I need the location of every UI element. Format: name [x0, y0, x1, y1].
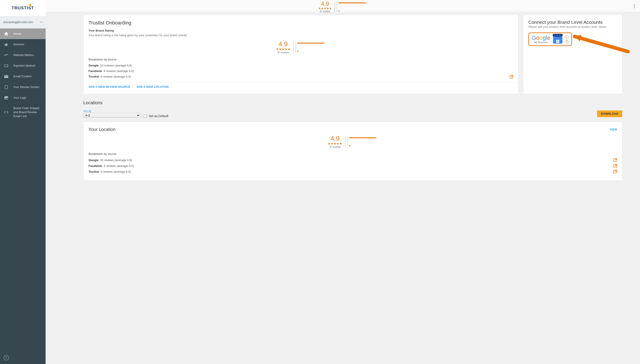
default-checkbox-label[interactable]: Set as Default — [144, 114, 168, 118]
source-line: Facebook: 4 reviews (average 5.0) — [89, 164, 617, 168]
google-sublabel: My Business — [534, 41, 548, 44]
breakdown-label: Breakdown by source: — [89, 152, 617, 156]
nav-label: Home — [13, 32, 21, 36]
arrow-annotation-icon — [570, 34, 630, 56]
payment-icon — [4, 64, 9, 68]
open-link-icon[interactable] — [613, 158, 617, 162]
brand-logo: ★ TRUSTIST — [12, 6, 34, 10]
sort-group: Sort By A-Z — [83, 110, 140, 118]
nav-label: Reviews — [13, 42, 24, 46]
rating-stars: ★★★★★ — [276, 47, 290, 51]
sort-label: Sort By — [83, 110, 140, 112]
breakdown-label: Breakdown by source: — [89, 58, 513, 61]
connect-card: Connect your Brand Level Accounts Please… — [523, 15, 622, 94]
locations-header: Locations — [83, 100, 622, 105]
section-desc: Your brand rating is the rating given by… — [89, 33, 513, 38]
check-icon: ✓ — [565, 35, 569, 39]
default-label: Set as Default — [149, 114, 168, 118]
brand-rating: 4.9 ★★★★★ 37 reviews 5★ 4★ 3★ 2★ 1★ — [276, 41, 326, 54]
rating-count: 37 reviews — [276, 51, 290, 54]
thumbs-icon — [4, 42, 9, 47]
sidebar-item-email[interactable]: Email Content — [0, 71, 46, 82]
rating-stars: ★★★★★ — [318, 7, 332, 10]
more-menu-icon[interactable] — [634, 4, 635, 9]
status-icons: ✓ ? — [565, 35, 569, 43]
email-icon — [4, 74, 9, 79]
card-title: Trustist Onboarding — [89, 20, 513, 26]
sidebar-item-metrics[interactable]: Website Metrics — [0, 50, 46, 60]
open-link-icon[interactable] — [613, 164, 617, 168]
sidebar-item-snippet[interactable]: Brand Code Snippet and Brand Review Emai… — [0, 103, 46, 122]
chart-icon — [4, 53, 9, 57]
question-icon: ? — [565, 40, 569, 43]
star-icon: ★ — [29, 2, 32, 7]
nav-label: Payment Method — [13, 64, 35, 68]
open-link-icon[interactable] — [613, 170, 617, 173]
source-line: Google: 33 reviews (average 4.9) — [89, 158, 617, 162]
google-logo: Google My Business — [532, 35, 550, 44]
rating-score: 4.9 — [276, 41, 290, 47]
locations-controls: Sort By A-Z Set as Default DOWNLOAD — [83, 110, 622, 118]
card-title: Connect your Brand Level Accounts — [528, 20, 617, 25]
add-location-button[interactable]: ADD A NEW LOCATION — [137, 85, 169, 88]
google-my-business-button[interactable]: Google My Business G ✓ ? — [528, 32, 572, 46]
open-link-icon[interactable] — [510, 75, 513, 78]
section-label: Your Brand Rating — [89, 29, 513, 32]
logo-area: ★ TRUSTIST — [0, 0, 46, 16]
tablet-icon — [4, 85, 9, 89]
sidebar-footer: ? — [0, 352, 46, 364]
topbar: 4.9 ★★★★★ 37 reviews 5★ 4★ 3★ 2★ 1★ — [46, 0, 640, 12]
nav-label: Your Review Screen — [13, 85, 39, 89]
sidebar-item-home[interactable]: Home — [0, 28, 46, 39]
rating-distribution: 5★ 4★ 3★ 2★ 1★ — [293, 42, 326, 52]
rating-count: 37 reviews — [328, 146, 342, 148]
source-line: Trustist: 0 reviews (average 0.0) — [89, 75, 513, 78]
rating-distribution: 5★ 4★ 3★ 2★ 1★ — [334, 2, 367, 12]
sidebar-item-payment[interactable]: Payment Method — [0, 60, 46, 71]
rating-score: 4.9 — [318, 1, 332, 7]
store-icon: G — [553, 35, 562, 44]
image-icon — [4, 96, 9, 100]
sidebar-item-review-screen[interactable]: Your Review Screen — [0, 82, 46, 92]
source-line: Trustist: 0 reviews (average 0.0) — [89, 170, 617, 173]
sort-select[interactable]: A-Z — [83, 113, 140, 118]
sidebar-item-reviews[interactable]: Reviews — [0, 39, 46, 50]
location-card: Your Location VIEW 4.9 ★★★★★ 37 reviews … — [83, 122, 622, 181]
nav: Home Reviews Website Metrics Payment Met… — [0, 28, 46, 122]
rating-score: 4.9 — [328, 135, 342, 142]
svg-rect-2 — [5, 85, 8, 89]
user-email: onboarding@trustist.com — [3, 21, 33, 24]
rating-distribution: 5★ 4★ 3★ 2★ 1★ — [344, 137, 378, 147]
code-icon — [4, 110, 9, 114]
rating-stars: ★★★★★ — [328, 142, 342, 145]
user-menu[interactable]: onboarding@trustist.com — [0, 16, 46, 28]
sidebar-item-logo[interactable]: Your Logo — [0, 92, 46, 103]
source-line: Facebook: 4 reviews (average 5.0) — [89, 69, 513, 73]
view-link[interactable]: VIEW — [610, 128, 617, 131]
location-title: Your Location — [89, 127, 116, 132]
nav-label: Your Logo — [13, 96, 27, 100]
nav-label: Email Content — [13, 74, 32, 78]
rating-count: 37 reviews — [318, 10, 332, 13]
breakdown: Breakdown by source: Google: 33 reviews … — [89, 58, 513, 78]
location-rating: 4.9 ★★★★★ 37 reviews 5★ 4★ 3★ 2★ 1★ — [328, 135, 378, 148]
nav-label: Brand Code Snippet and Brand Review Emai… — [13, 106, 42, 118]
main: 4.9 ★★★★★ 37 reviews 5★ 4★ 3★ 2★ 1★ Trus… — [46, 0, 640, 364]
content: Trustist Onboarding Your Brand Rating Yo… — [46, 12, 640, 190]
default-checkbox[interactable] — [144, 114, 147, 118]
chevron-down-icon — [40, 22, 43, 23]
breakdown: Breakdown by source: Google: 33 reviews … — [89, 152, 617, 173]
source-line: Google: 33 reviews (average 4.9) — [89, 64, 513, 67]
add-review-source-button[interactable]: ADD A NEW REVIEW SOURCE — [89, 85, 130, 88]
onboarding-card: Trustist Onboarding Your Brand Rating Yo… — [83, 15, 518, 94]
card-actions: ADD A NEW REVIEW SOURCE ADD A NEW LOCATI… — [84, 82, 518, 91]
download-button[interactable]: DOWNLOAD — [597, 110, 622, 117]
card-subtitle: Please add your location level accounts … — [528, 25, 617, 28]
help-icon[interactable]: ? — [4, 355, 9, 360]
sidebar: ★ TRUSTIST onboarding@trustist.com Home … — [0, 0, 46, 364]
topbar-rating: 4.9 ★★★★★ 37 reviews 5★ 4★ 3★ 2★ 1★ — [318, 1, 367, 13]
home-icon — [4, 32, 9, 36]
nav-label: Website Metrics — [13, 53, 34, 57]
